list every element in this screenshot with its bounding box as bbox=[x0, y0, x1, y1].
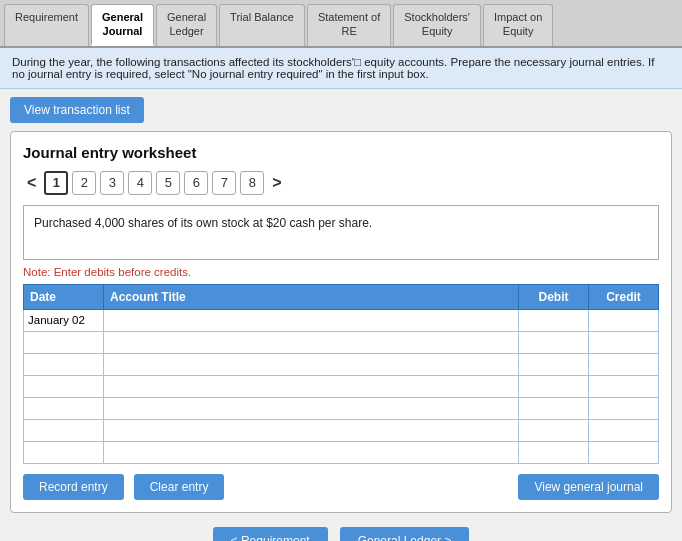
credit-input-1[interactable] bbox=[593, 310, 654, 330]
description-box: Purchased 4,000 shares of its own stock … bbox=[23, 205, 659, 260]
page-5[interactable]: 5 bbox=[156, 171, 180, 195]
record-entry-button[interactable]: Record entry bbox=[23, 474, 124, 500]
credit-cell-1 bbox=[589, 309, 659, 331]
col-header-date: Date bbox=[24, 284, 104, 309]
date-input-4[interactable] bbox=[28, 376, 99, 396]
credit-cell-5 bbox=[589, 397, 659, 419]
page-prev[interactable]: < bbox=[23, 174, 40, 192]
date-input-1[interactable] bbox=[28, 310, 99, 330]
account-cell-2 bbox=[104, 331, 519, 353]
debit-cell-3 bbox=[519, 353, 589, 375]
table-row bbox=[24, 441, 659, 463]
date-cell-1 bbox=[24, 309, 104, 331]
credit-input-6[interactable] bbox=[593, 420, 654, 440]
date-input-2[interactable] bbox=[28, 332, 99, 352]
col-header-debit: Debit bbox=[519, 284, 589, 309]
tab-bar: Requirement GeneralJournal GeneralLedger… bbox=[0, 0, 682, 48]
pagination: < 1 2 3 4 5 6 7 8 > bbox=[23, 171, 659, 195]
info-text: During the year, the following transacti… bbox=[12, 56, 654, 80]
date-cell-4 bbox=[24, 375, 104, 397]
account-cell-3 bbox=[104, 353, 519, 375]
account-input-7[interactable] bbox=[108, 442, 514, 462]
page-7[interactable]: 7 bbox=[212, 171, 236, 195]
date-input-7[interactable] bbox=[28, 442, 99, 462]
page-8[interactable]: 8 bbox=[240, 171, 264, 195]
account-input-1[interactable] bbox=[108, 310, 514, 330]
debit-cell-1 bbox=[519, 309, 589, 331]
page-1[interactable]: 1 bbox=[44, 171, 68, 195]
credit-cell-3 bbox=[589, 353, 659, 375]
tab-general-journal[interactable]: GeneralJournal bbox=[91, 4, 154, 46]
account-cell-7 bbox=[104, 441, 519, 463]
account-input-2[interactable] bbox=[108, 332, 514, 352]
table-row bbox=[24, 375, 659, 397]
tab-trial-balance[interactable]: Trial Balance bbox=[219, 4, 305, 46]
col-header-account: Account Title bbox=[104, 284, 519, 309]
credit-cell-7 bbox=[589, 441, 659, 463]
debit-input-1[interactable] bbox=[523, 310, 584, 330]
credit-input-4[interactable] bbox=[593, 376, 654, 396]
credit-input-7[interactable] bbox=[593, 442, 654, 462]
debit-cell-2 bbox=[519, 331, 589, 353]
debit-input-5[interactable] bbox=[523, 398, 584, 418]
back-requirement-button[interactable]: < Requirement bbox=[213, 527, 328, 541]
description-text: Purchased 4,000 shares of its own stock … bbox=[34, 216, 372, 230]
debit-input-4[interactable] bbox=[523, 376, 584, 396]
table-row bbox=[24, 419, 659, 441]
bottom-buttons: Record entry Clear entry View general jo… bbox=[23, 474, 659, 500]
worksheet-box: Journal entry worksheet < 1 2 3 4 5 6 7 … bbox=[10, 131, 672, 513]
footer-nav: < Requirement General Ledger > bbox=[0, 527, 682, 541]
credit-input-3[interactable] bbox=[593, 354, 654, 374]
credit-input-2[interactable] bbox=[593, 332, 654, 352]
view-general-journal-button[interactable]: View general journal bbox=[518, 474, 659, 500]
worksheet-title: Journal entry worksheet bbox=[23, 144, 659, 161]
debit-cell-4 bbox=[519, 375, 589, 397]
credit-cell-6 bbox=[589, 419, 659, 441]
debit-cell-5 bbox=[519, 397, 589, 419]
page-4[interactable]: 4 bbox=[128, 171, 152, 195]
table-row bbox=[24, 309, 659, 331]
account-input-3[interactable] bbox=[108, 354, 514, 374]
date-cell-6 bbox=[24, 419, 104, 441]
date-cell-2 bbox=[24, 331, 104, 353]
debit-cell-6 bbox=[519, 419, 589, 441]
note-text: Note: Enter debits before credits. bbox=[23, 266, 659, 278]
page-2[interactable]: 2 bbox=[72, 171, 96, 195]
date-input-6[interactable] bbox=[28, 420, 99, 440]
date-input-3[interactable] bbox=[28, 354, 99, 374]
account-input-5[interactable] bbox=[108, 398, 514, 418]
journal-table: Date Account Title Debit Credit bbox=[23, 284, 659, 464]
tab-impact-on-equity[interactable]: Impact onEquity bbox=[483, 4, 553, 46]
credit-input-5[interactable] bbox=[593, 398, 654, 418]
account-cell-6 bbox=[104, 419, 519, 441]
tab-requirement[interactable]: Requirement bbox=[4, 4, 89, 46]
date-cell-5 bbox=[24, 397, 104, 419]
date-input-5[interactable] bbox=[28, 398, 99, 418]
tab-statement-re[interactable]: Statement ofRE bbox=[307, 4, 391, 46]
credit-cell-4 bbox=[589, 375, 659, 397]
page-3[interactable]: 3 bbox=[100, 171, 124, 195]
debit-input-6[interactable] bbox=[523, 420, 584, 440]
tab-stockholders-equity[interactable]: Stockholders'Equity bbox=[393, 4, 481, 46]
account-cell-5 bbox=[104, 397, 519, 419]
credit-cell-2 bbox=[589, 331, 659, 353]
page-next[interactable]: > bbox=[268, 174, 285, 192]
view-transaction-button[interactable]: View transaction list bbox=[10, 97, 144, 123]
account-input-6[interactable] bbox=[108, 420, 514, 440]
debit-input-2[interactable] bbox=[523, 332, 584, 352]
account-cell-4 bbox=[104, 375, 519, 397]
date-cell-7 bbox=[24, 441, 104, 463]
tab-general-ledger[interactable]: GeneralLedger bbox=[156, 4, 217, 46]
debit-cell-7 bbox=[519, 441, 589, 463]
table-row bbox=[24, 397, 659, 419]
clear-entry-button[interactable]: Clear entry bbox=[134, 474, 225, 500]
info-bar: During the year, the following transacti… bbox=[0, 48, 682, 89]
debit-input-7[interactable] bbox=[523, 442, 584, 462]
account-input-4[interactable] bbox=[108, 376, 514, 396]
account-cell-1 bbox=[104, 309, 519, 331]
col-header-credit: Credit bbox=[589, 284, 659, 309]
debit-input-3[interactable] bbox=[523, 354, 584, 374]
forward-general-ledger-button[interactable]: General Ledger > bbox=[340, 527, 470, 541]
table-row bbox=[24, 353, 659, 375]
page-6[interactable]: 6 bbox=[184, 171, 208, 195]
